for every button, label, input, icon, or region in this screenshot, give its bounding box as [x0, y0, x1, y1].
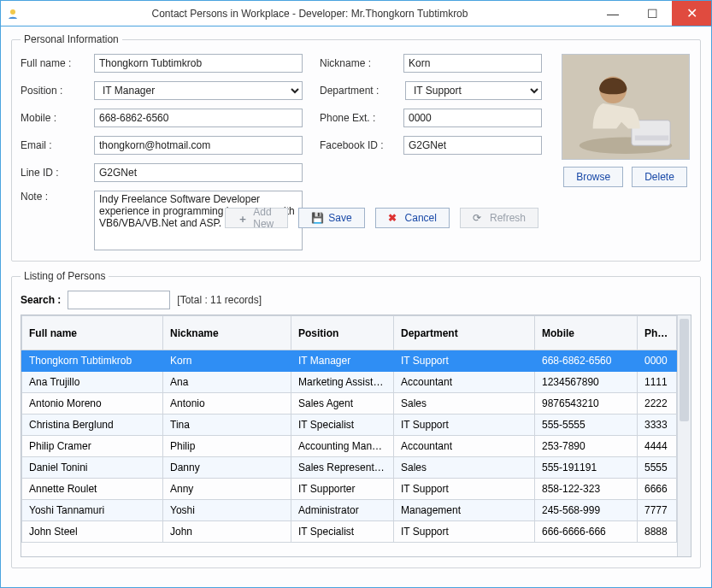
cell-department[interactable]: Management — [394, 500, 535, 521]
cell-nickname[interactable]: John — [163, 521, 291, 543]
facebook-input[interactable] — [403, 136, 542, 155]
cell-fullname[interactable]: Christina Berglund — [22, 415, 163, 436]
cell-department[interactable]: IT Support — [394, 350, 535, 372]
cancel-button[interactable]: ✖ Cancel — [375, 208, 450, 228]
cell-phoneext[interactable]: 4444 — [638, 436, 677, 457]
table-row[interactable]: Yoshi TannamuriYoshiAdministratorManagem… — [22, 500, 677, 521]
col-department[interactable]: Department — [394, 316, 535, 350]
cell-nickname[interactable]: Philip — [163, 436, 291, 457]
cell-position[interactable]: Accounting Manager — [291, 436, 394, 457]
cell-nickname[interactable]: Danny — [163, 457, 291, 479]
cell-phoneext[interactable]: 8888 — [638, 521, 677, 543]
col-fullname[interactable]: Full name — [22, 316, 163, 350]
phoneext-input[interactable] — [403, 109, 542, 127]
cell-phoneext[interactable]: 7777 — [638, 500, 677, 521]
lineid-input[interactable] — [94, 163, 303, 182]
titlebar[interactable]: Contact Persons in Workplace - Developer… — [1, 1, 711, 26]
minimize-button[interactable]: — — [593, 1, 633, 26]
table-row[interactable]: Antonio MorenoAntonioSales AgentSales987… — [22, 393, 677, 415]
cell-position[interactable]: IT Supporter — [291, 479, 394, 500]
col-nickname[interactable]: Nickname — [163, 316, 291, 350]
table-row[interactable]: John SteelJohnIT SpecialistIT Support666… — [22, 521, 677, 543]
svg-point-0 — [10, 9, 15, 15]
cell-department[interactable]: Accountant — [394, 372, 535, 393]
cell-phoneext[interactable]: 0000 — [638, 350, 677, 372]
cell-phoneext[interactable]: 2222 — [638, 393, 677, 415]
position-select[interactable]: IT Manager — [94, 81, 303, 100]
cell-fullname[interactable]: Ana Trujillo — [22, 372, 163, 393]
persons-grid[interactable]: Full name Nickname Position Department M… — [21, 315, 677, 543]
cell-position[interactable]: IT Specialist — [291, 521, 394, 543]
grid-scrollbar[interactable] — [677, 315, 691, 556]
refresh-button[interactable]: ⟳ Refresh — [460, 208, 538, 228]
cell-phoneext[interactable]: 1111 — [638, 372, 677, 393]
cell-department[interactable]: Accountant — [394, 436, 535, 457]
search-label: Search : — [21, 294, 61, 306]
cell-nickname[interactable]: Korn — [163, 350, 291, 372]
cell-nickname[interactable]: Antonio — [163, 393, 291, 415]
table-row[interactable]: Daniel ToniniDannySales RepresentativeSa… — [22, 457, 677, 479]
search-input[interactable] — [68, 291, 170, 309]
cell-mobile[interactable]: 555-5555 — [535, 415, 638, 436]
addnew-button[interactable]: ＋ Add New — [225, 208, 288, 228]
table-row[interactable]: Christina BerglundTinaIT SpecialistIT Su… — [22, 415, 677, 436]
table-row[interactable]: Philip CramerPhilipAccounting ManagerAcc… — [22, 436, 677, 457]
cell-fullname[interactable]: Antonio Moreno — [22, 393, 163, 415]
cell-mobile[interactable]: 555-191191 — [535, 457, 638, 479]
save-button[interactable]: 💾 Save — [298, 208, 364, 228]
cell-mobile[interactable]: 858-122-323 — [535, 479, 638, 500]
table-row[interactable]: Ana TrujilloAnaMarketing AssistantAccoun… — [22, 372, 677, 393]
cell-fullname[interactable]: Philip Cramer — [22, 436, 163, 457]
mobile-input[interactable] — [94, 109, 303, 127]
col-position[interactable]: Position — [291, 316, 394, 350]
cell-position[interactable]: Marketing Assistant — [291, 372, 394, 393]
cell-mobile[interactable]: 253-7890 — [535, 436, 638, 457]
col-mobile[interactable]: Mobile — [535, 316, 638, 350]
nickname-input[interactable] — [403, 54, 542, 73]
table-row[interactable]: Thongkorn TubtimkrobKornIT ManagerIT Sup… — [22, 350, 677, 372]
cell-fullname[interactable]: Daniel Tonini — [22, 457, 163, 479]
cell-department[interactable]: Sales — [394, 393, 535, 415]
col-phoneext[interactable]: Phone Ext. — [638, 316, 677, 350]
cell-phoneext[interactable]: 3333 — [638, 415, 677, 436]
table-row[interactable]: Annette RouletAnnyIT SupporterIT Support… — [22, 479, 677, 500]
cell-department[interactable]: IT Support — [394, 415, 535, 436]
cell-fullname[interactable]: Yoshi Tannamuri — [22, 500, 163, 521]
cell-position[interactable]: Sales Representative — [291, 457, 394, 479]
cell-nickname[interactable]: Anny — [163, 479, 291, 500]
group-personal-information: Personal Information Full name : Positio… — [11, 33, 701, 262]
cell-phoneext[interactable]: 6666 — [638, 479, 677, 500]
cell-position[interactable]: IT Specialist — [291, 415, 394, 436]
cell-nickname[interactable]: Yoshi — [163, 500, 291, 521]
cell-position[interactable]: Sales Agent — [291, 393, 394, 415]
fullname-input[interactable] — [94, 54, 303, 73]
browse-button[interactable]: Browse — [563, 167, 623, 187]
delete-button[interactable]: Delete — [632, 167, 687, 187]
scrollbar-thumb[interactable] — [680, 319, 689, 421]
app-icon — [6, 7, 20, 21]
cell-mobile[interactable]: 9876543210 — [535, 393, 638, 415]
cell-department[interactable]: IT Support — [394, 521, 535, 543]
cell-position[interactable]: Administrator — [291, 500, 394, 521]
plus-icon: ＋ — [238, 212, 248, 224]
cell-position[interactable]: IT Manager — [291, 350, 394, 372]
refresh-label: Refresh — [490, 212, 526, 224]
cell-department[interactable]: IT Support — [394, 479, 535, 500]
cell-fullname[interactable]: John Steel — [22, 521, 163, 543]
cell-fullname[interactable]: Annette Roulet — [22, 479, 163, 500]
cell-mobile[interactable]: 1234567890 — [535, 372, 638, 393]
maximize-button[interactable]: ☐ — [633, 1, 672, 26]
cell-nickname[interactable]: Tina — [163, 415, 291, 436]
group-personal-legend: Personal Information — [21, 33, 122, 45]
cell-nickname[interactable]: Ana — [163, 372, 291, 393]
email-input[interactable] — [94, 136, 303, 155]
department-select[interactable]: IT Support — [405, 81, 542, 100]
cell-mobile[interactable]: 668-6862-6560 — [535, 350, 638, 372]
label-department: Department : — [320, 85, 398, 97]
cell-mobile[interactable]: 666-6666-666 — [535, 521, 638, 543]
close-button[interactable]: ✕ — [672, 1, 711, 26]
cell-phoneext[interactable]: 5555 — [638, 457, 677, 479]
cell-fullname[interactable]: Thongkorn Tubtimkrob — [22, 350, 163, 372]
cell-mobile[interactable]: 245-568-999 — [535, 500, 638, 521]
cell-department[interactable]: Sales — [394, 457, 535, 479]
